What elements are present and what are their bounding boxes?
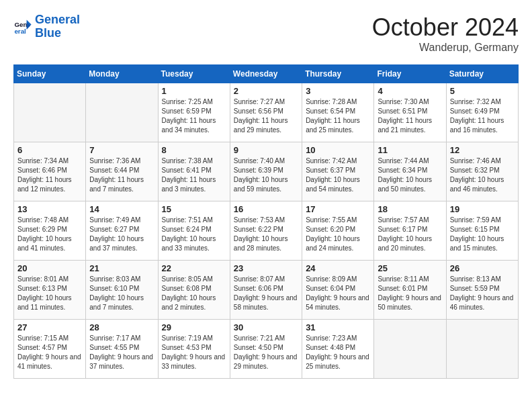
logo-icon: Gen eral (13, 17, 32, 36)
calendar-cell: 30Sunrise: 7:21 AMSunset: 4:50 PMDayligh… (230, 320, 302, 379)
day-number: 1 (162, 86, 226, 96)
calendar-cell: 7Sunrise: 7:36 AMSunset: 6:44 PMDaylight… (86, 142, 158, 201)
calendar-cell: 10Sunrise: 7:42 AMSunset: 6:37 PMDayligh… (302, 142, 374, 201)
day-number: 22 (162, 263, 226, 273)
day-number: 23 (234, 263, 298, 273)
logo: Gen eral General Blue (13, 13, 80, 40)
svg-text:eral: eral (14, 28, 26, 35)
calendar-cell: 14Sunrise: 7:49 AMSunset: 6:27 PMDayligh… (86, 201, 158, 261)
day-number: 16 (234, 204, 298, 214)
weekday-header: Saturday (446, 65, 518, 83)
day-number: 29 (162, 322, 226, 332)
day-info: Sunrise: 7:44 AMSunset: 6:34 PMDaylight:… (378, 156, 442, 194)
day-number: 27 (17, 322, 82, 332)
day-info: Sunrise: 8:01 AMSunset: 6:13 PMDaylight:… (17, 275, 82, 312)
calendar-cell: 16Sunrise: 7:53 AMSunset: 6:22 PMDayligh… (230, 201, 302, 261)
calendar-cell: 5Sunrise: 7:32 AMSunset: 6:49 PMDaylight… (446, 83, 518, 142)
calendar-week-row: 6Sunrise: 7:34 AMSunset: 6:46 PMDaylight… (14, 142, 519, 201)
day-number: 17 (306, 204, 370, 214)
calendar-cell: 4Sunrise: 7:30 AMSunset: 6:51 PMDaylight… (374, 83, 446, 142)
calendar-cell: 27Sunrise: 7:15 AMSunset: 4:57 PMDayligh… (14, 320, 86, 379)
calendar-cell: 2Sunrise: 7:27 AMSunset: 6:56 PMDaylight… (230, 83, 302, 142)
day-info: Sunrise: 8:03 AMSunset: 6:10 PMDaylight:… (89, 275, 154, 312)
day-info: Sunrise: 7:32 AMSunset: 6:49 PMDaylight:… (450, 97, 515, 135)
day-number: 24 (306, 263, 370, 273)
day-number: 20 (17, 263, 82, 273)
day-number: 14 (89, 204, 154, 214)
day-number: 11 (378, 145, 442, 155)
day-number: 5 (450, 86, 515, 96)
day-info: Sunrise: 7:17 AMSunset: 4:55 PMDaylight:… (89, 334, 154, 371)
day-info: Sunrise: 7:46 AMSunset: 6:32 PMDaylight:… (450, 156, 515, 194)
calendar-cell: 6Sunrise: 7:34 AMSunset: 6:46 PMDaylight… (14, 142, 86, 201)
calendar-cell (86, 83, 158, 142)
day-number: 18 (378, 204, 442, 214)
day-number: 21 (89, 263, 154, 273)
calendar-cell: 8Sunrise: 7:38 AMSunset: 6:41 PMDaylight… (158, 142, 230, 201)
day-info: Sunrise: 8:09 AMSunset: 6:04 PMDaylight:… (306, 275, 370, 312)
calendar-cell: 15Sunrise: 7:51 AMSunset: 6:24 PMDayligh… (158, 201, 230, 261)
calendar-cell: 25Sunrise: 8:11 AMSunset: 6:01 PMDayligh… (374, 261, 446, 320)
day-info: Sunrise: 7:51 AMSunset: 6:24 PMDaylight:… (162, 216, 226, 253)
calendar-week-row: 13Sunrise: 7:48 AMSunset: 6:29 PMDayligh… (14, 201, 519, 261)
calendar-cell: 22Sunrise: 8:05 AMSunset: 6:08 PMDayligh… (158, 261, 230, 320)
calendar-cell: 31Sunrise: 7:23 AMSunset: 4:48 PMDayligh… (302, 320, 374, 379)
calendar-week-row: 20Sunrise: 8:01 AMSunset: 6:13 PMDayligh… (14, 261, 519, 320)
weekday-header: Sunday (14, 65, 86, 83)
day-info: Sunrise: 8:07 AMSunset: 6:06 PMDaylight:… (234, 275, 298, 312)
weekday-header: Thursday (302, 65, 374, 83)
day-info: Sunrise: 7:53 AMSunset: 6:22 PMDaylight:… (234, 216, 298, 253)
calendar-cell: 11Sunrise: 7:44 AMSunset: 6:34 PMDayligh… (374, 142, 446, 201)
calendar-cell: 24Sunrise: 8:09 AMSunset: 6:04 PMDayligh… (302, 261, 374, 320)
calendar-body: 1Sunrise: 7:25 AMSunset: 6:59 PMDaylight… (14, 83, 519, 379)
day-number: 13 (17, 204, 82, 214)
day-info: Sunrise: 7:36 AMSunset: 6:44 PMDaylight:… (89, 156, 154, 194)
day-number: 15 (162, 204, 226, 214)
calendar-cell: 9Sunrise: 7:40 AMSunset: 6:39 PMDaylight… (230, 142, 302, 201)
calendar-cell: 19Sunrise: 7:59 AMSunset: 6:15 PMDayligh… (446, 201, 518, 261)
month-title: October 2024 (372, 13, 519, 42)
title-block: October 2024 Wanderup, Germany (372, 13, 519, 54)
calendar-cell (374, 320, 446, 379)
day-number: 3 (306, 86, 370, 96)
day-number: 8 (162, 145, 226, 155)
day-info: Sunrise: 7:40 AMSunset: 6:39 PMDaylight:… (234, 156, 298, 194)
day-info: Sunrise: 8:11 AMSunset: 6:01 PMDaylight:… (378, 275, 442, 312)
logo-text-line2: Blue (35, 27, 80, 40)
day-info: Sunrise: 7:55 AMSunset: 6:20 PMDaylight:… (306, 216, 370, 253)
day-info: Sunrise: 7:49 AMSunset: 6:27 PMDaylight:… (89, 216, 154, 253)
calendar-cell (14, 83, 86, 142)
calendar-table: SundayMondayTuesdayWednesdayThursdayFrid… (13, 64, 519, 379)
day-info: Sunrise: 7:30 AMSunset: 6:51 PMDaylight:… (378, 97, 442, 135)
day-info: Sunrise: 7:19 AMSunset: 4:53 PMDaylight:… (162, 334, 226, 371)
day-info: Sunrise: 7:38 AMSunset: 6:41 PMDaylight:… (162, 156, 226, 194)
day-number: 19 (450, 204, 515, 214)
day-info: Sunrise: 7:21 AMSunset: 4:50 PMDaylight:… (234, 334, 298, 371)
day-number: 2 (234, 86, 298, 96)
calendar-cell: 20Sunrise: 8:01 AMSunset: 6:13 PMDayligh… (14, 261, 86, 320)
day-info: Sunrise: 8:05 AMSunset: 6:08 PMDaylight:… (162, 275, 226, 312)
day-info: Sunrise: 7:57 AMSunset: 6:17 PMDaylight:… (378, 216, 442, 253)
day-info: Sunrise: 7:23 AMSunset: 4:48 PMDaylight:… (306, 334, 370, 371)
calendar-cell: 29Sunrise: 7:19 AMSunset: 4:53 PMDayligh… (158, 320, 230, 379)
calendar-week-row: 1Sunrise: 7:25 AMSunset: 6:59 PMDaylight… (14, 83, 519, 142)
calendar-cell (446, 320, 518, 379)
weekday-header: Tuesday (158, 65, 230, 83)
calendar-week-row: 27Sunrise: 7:15 AMSunset: 4:57 PMDayligh… (14, 320, 519, 379)
day-number: 4 (378, 86, 442, 96)
calendar-cell: 17Sunrise: 7:55 AMSunset: 6:20 PMDayligh… (302, 201, 374, 261)
day-info: Sunrise: 7:59 AMSunset: 6:15 PMDaylight:… (450, 216, 515, 253)
page-header: Gen eral General Blue October 2024 Wande… (13, 13, 519, 54)
day-number: 25 (378, 263, 442, 273)
day-info: Sunrise: 7:27 AMSunset: 6:56 PMDaylight:… (234, 97, 298, 135)
calendar-cell: 18Sunrise: 7:57 AMSunset: 6:17 PMDayligh… (374, 201, 446, 261)
day-info: Sunrise: 7:42 AMSunset: 6:37 PMDaylight:… (306, 156, 370, 194)
calendar-header-row: SundayMondayTuesdayWednesdayThursdayFrid… (14, 65, 519, 83)
calendar-cell: 1Sunrise: 7:25 AMSunset: 6:59 PMDaylight… (158, 83, 230, 142)
calendar-cell: 13Sunrise: 7:48 AMSunset: 6:29 PMDayligh… (14, 201, 86, 261)
weekday-header: Wednesday (230, 65, 302, 83)
day-number: 28 (89, 322, 154, 332)
calendar-cell: 12Sunrise: 7:46 AMSunset: 6:32 PMDayligh… (446, 142, 518, 201)
day-number: 6 (17, 145, 82, 155)
day-info: Sunrise: 7:15 AMSunset: 4:57 PMDaylight:… (17, 334, 82, 371)
